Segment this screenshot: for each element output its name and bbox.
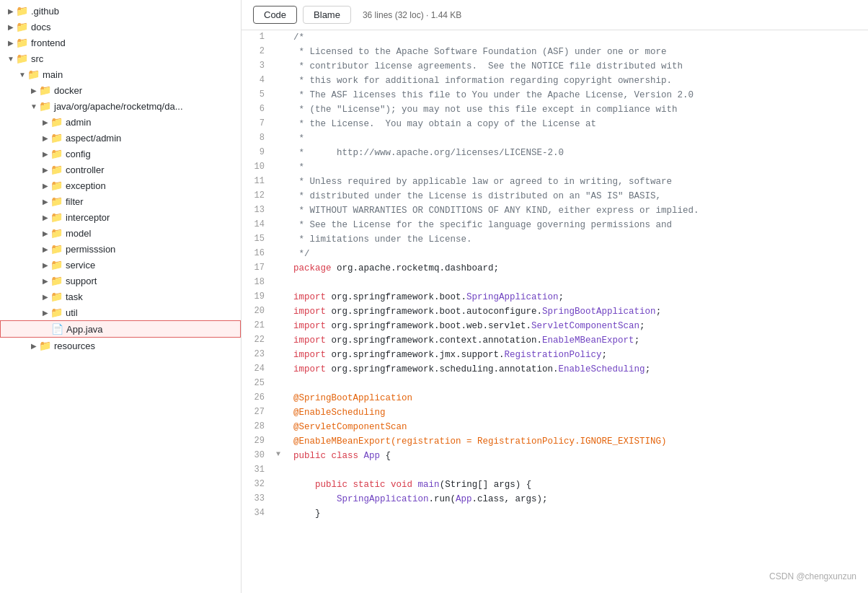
tree-item-permisssion[interactable]: ▶📁permisssion (0, 241, 241, 257)
blame-tab[interactable]: Blame (303, 6, 351, 24)
tree-item-github[interactable]: ▶📁.github (0, 3, 241, 19)
tree-item-frontend[interactable]: ▶📁frontend (0, 35, 241, 50)
tree-item-appjava[interactable]: 📄App.java (0, 320, 241, 338)
tree-label: docs (31, 22, 50, 32)
tree-item-resources[interactable]: ▶📁resources (0, 338, 241, 353)
tree-item-docker[interactable]: ▶📁docker (0, 82, 241, 98)
line-code: import org.springframework.boot.autoconf… (288, 304, 868, 319)
tree-label: exception (66, 180, 106, 191)
line-arrow (276, 117, 288, 131)
line-number: 17 (242, 261, 276, 276)
tree-label: controller (66, 164, 104, 175)
line-number: 32 (242, 478, 276, 492)
table-row: 17package org.apache.rocketmq.dashboard; (242, 261, 868, 276)
file-tree: ▶📁.github▶📁docs▶📁frontend▼📁src▼📁main▶📁do… (0, 0, 242, 593)
tree-item-task[interactable]: ▶📁task (0, 289, 241, 304)
line-arrow (276, 405, 288, 420)
chevron-icon: ▶ (40, 134, 50, 142)
table-row: 24import org.springframework.scheduling.… (242, 362, 868, 377)
table-row: 15 * limitations under the License. (242, 232, 868, 247)
folder-icon: 📁 (50, 116, 63, 128)
folder-icon: 📁 (50, 211, 63, 223)
tree-item-src[interactable]: ▼📁src (0, 50, 241, 66)
line-arrow (276, 45, 288, 59)
code-view[interactable]: 1/*2 * Licensed to the Apache Software F… (242, 30, 868, 593)
line-arrow (276, 463, 288, 478)
table-row: 2 * Licensed to the Apache Software Foun… (242, 45, 868, 59)
line-arrow (276, 333, 288, 348)
line-arrow (276, 478, 288, 492)
line-number: 15 (242, 232, 276, 247)
table-row: 27@EnableScheduling (242, 405, 868, 420)
line-code: import org.springframework.boot.web.serv… (288, 319, 868, 333)
line-number: 2 (242, 45, 276, 59)
line-arrow (276, 59, 288, 74)
line-arrow (276, 434, 288, 449)
table-row: 14 * See the License for the specific la… (242, 218, 868, 232)
line-code: /* (288, 30, 868, 45)
tree-item-main[interactable]: ▼📁main (0, 66, 241, 82)
line-number: 20 (242, 304, 276, 319)
line-arrow (276, 319, 288, 333)
code-tab[interactable]: Code (253, 6, 297, 24)
table-row: 32 public static void main(String[] args… (242, 478, 868, 492)
line-code: * Licensed to the Apache Software Founda… (288, 45, 868, 59)
chevron-icon: ▼ (6, 55, 16, 63)
tree-item-service[interactable]: ▶📁service (0, 257, 241, 273)
tree-label: .github (31, 6, 59, 17)
line-number: 25 (242, 377, 276, 391)
line-arrow (276, 506, 288, 521)
table-row: 34 } (242, 506, 868, 521)
line-arrow (276, 160, 288, 175)
table-row: 23import org.springframework.jmx.support… (242, 348, 868, 362)
line-number: 7 (242, 117, 276, 131)
chevron-icon: ▶ (40, 229, 50, 237)
line-number: 24 (242, 362, 276, 377)
watermark: CSDN @chengxunzun (769, 571, 856, 581)
line-code: import org.springframework.scheduling.an… (288, 362, 868, 377)
folder-icon: 📁 (50, 243, 63, 255)
line-code: * (288, 131, 868, 146)
line-arrow (276, 348, 288, 362)
tree-label: permisssion (66, 244, 115, 255)
tree-item-interceptor[interactable]: ▶📁interceptor (0, 209, 241, 225)
tree-item-support[interactable]: ▶📁support (0, 273, 241, 289)
folder-icon: 📁 (39, 100, 51, 112)
line-number: 12 (242, 189, 276, 203)
tree-item-controller[interactable]: ▶📁controller (0, 162, 241, 177)
line-code (288, 463, 868, 478)
line-arrow (276, 102, 288, 117)
line-code: @EnableMBeanExport(registration = Regist… (288, 434, 868, 449)
tree-item-model[interactable]: ▶📁model (0, 225, 241, 241)
tree-label: java/org/apache/rocketmq/da... (54, 101, 183, 112)
line-number: 14 (242, 218, 276, 232)
line-arrow (276, 377, 288, 391)
line-arrow: ▼ (276, 449, 288, 463)
line-code: * this work for additional information r… (288, 74, 868, 88)
tree-item-config[interactable]: ▶📁config (0, 146, 241, 162)
tree-item-java[interactable]: ▼📁java/org/apache/rocketmq/da... (0, 98, 241, 114)
table-row: 13 * WITHOUT WARRANTIES OR CONDITIONS OF… (242, 203, 868, 218)
line-number: 9 (242, 146, 276, 160)
table-row: 19import org.springframework.boot.Spring… (242, 290, 868, 304)
line-arrow (276, 492, 288, 506)
tree-item-aspect[interactable]: ▶📁aspect/admin (0, 130, 241, 146)
tree-item-util[interactable]: ▶📁util (0, 304, 241, 320)
tree-item-exception[interactable]: ▶📁exception (0, 177, 241, 193)
line-number: 6 (242, 102, 276, 117)
line-code: * distributed under the License is distr… (288, 189, 868, 203)
line-arrow (276, 131, 288, 146)
line-code: * The ASF licenses this file to You unde… (288, 88, 868, 102)
folder-icon: 📁 (50, 275, 63, 286)
line-code: import org.springframework.boot.SpringAp… (288, 290, 868, 304)
line-arrow (276, 146, 288, 160)
chevron-icon: ▼ (17, 71, 27, 79)
line-arrow (276, 276, 288, 290)
line-arrow (276, 362, 288, 377)
table-row: 12 * distributed under the License is di… (242, 189, 868, 203)
line-arrow (276, 88, 288, 102)
tree-item-docs[interactable]: ▶📁docs (0, 19, 241, 35)
tree-item-admin[interactable]: ▶📁admin (0, 114, 241, 130)
line-code: public class App { (288, 449, 868, 463)
tree-item-filter[interactable]: ▶📁filter (0, 193, 241, 209)
